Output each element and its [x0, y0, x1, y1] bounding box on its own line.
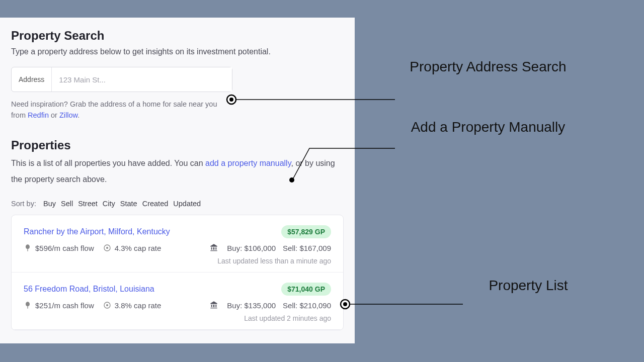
svg-point-3	[106, 304, 108, 306]
app-panel: Property Search Type a property address …	[0, 18, 355, 343]
sort-sell[interactable]: Sell	[61, 200, 73, 208]
sort-created[interactable]: Created	[142, 200, 169, 208]
annotation-property-list: Property List	[458, 277, 599, 295]
caprate-stat: 4.3% cap rate	[103, 244, 162, 252]
caprate-value: 3.8% cap rate	[115, 301, 162, 310]
tree-icon	[24, 301, 32, 309]
redfin-link[interactable]: Redfin	[28, 111, 49, 119]
sort-label: Sort by:	[11, 200, 36, 208]
sort-state[interactable]: State	[120, 200, 137, 208]
address-input[interactable]	[52, 67, 232, 92]
target-icon	[103, 244, 111, 252]
search-subtitle: Type a property address below to get ins…	[11, 46, 344, 58]
properties-subtitle-before: This is a list of all properties you hav…	[11, 159, 205, 167]
add-property-manually-link[interactable]: add a property manually	[205, 159, 291, 167]
sort-buy[interactable]: Buy	[43, 200, 56, 208]
property-title-link[interactable]: Rancher by the Airport, Milford, Kentuck…	[24, 227, 170, 236]
search-hint: Need inspiration? Grab the address of a …	[11, 99, 232, 121]
annotation-address-search: Property Address Search	[397, 58, 579, 76]
address-label: Address	[12, 67, 52, 92]
gp-badge: $71,040 GP	[281, 283, 331, 296]
properties-subtitle: This is a list of all properties you hav…	[11, 155, 344, 188]
sell-value: Sell: $167,009	[283, 244, 331, 252]
annotation-add-manually: Add a Property Manually	[397, 118, 579, 136]
cashflow-value: $251/m cash flow	[35, 301, 94, 310]
caprate-value: 4.3% cap rate	[115, 244, 162, 252]
last-updated: Last updated less than a minute ago	[24, 257, 331, 265]
property-card: 56 Freedom Road, Bristol, Louisiana $71,…	[12, 273, 343, 330]
sort-street[interactable]: Street	[78, 200, 98, 208]
hint-or: or	[49, 111, 59, 119]
zillow-link[interactable]: Zillow	[59, 111, 77, 119]
property-card: Rancher by the Airport, Milford, Kentuck…	[12, 215, 343, 273]
tree-icon	[24, 244, 32, 252]
buy-value: Buy: $106,000	[227, 244, 276, 252]
caprate-stat: 3.8% cap rate	[103, 301, 162, 310]
bank-icon	[210, 243, 218, 253]
search-heading: Property Search	[11, 29, 344, 43]
cashflow-stat: $596/m cash flow	[24, 244, 94, 252]
sort-city[interactable]: City	[103, 200, 115, 208]
sort-updated[interactable]: Updated	[173, 200, 201, 208]
cashflow-value: $596/m cash flow	[35, 244, 94, 252]
gp-badge: $57,829 GP	[281, 225, 331, 238]
hint-after: .	[77, 111, 79, 119]
sort-row: Sort by: Buy Sell Street City State Crea…	[11, 200, 344, 208]
property-list: Rancher by the Airport, Milford, Kentuck…	[11, 215, 344, 330]
target-icon	[103, 301, 111, 309]
properties-heading: Properties	[11, 138, 344, 152]
bank-icon	[210, 301, 218, 310]
cashflow-stat: $251/m cash flow	[24, 301, 94, 310]
last-updated: Last updated 2 minutes ago	[24, 314, 331, 322]
sell-value: Sell: $210,090	[283, 301, 331, 310]
buy-value: Buy: $135,000	[227, 301, 276, 310]
address-input-group: Address	[11, 67, 232, 92]
property-title-link[interactable]: 56 Freedom Road, Bristol, Louisiana	[24, 285, 154, 294]
svg-point-1	[106, 247, 108, 249]
